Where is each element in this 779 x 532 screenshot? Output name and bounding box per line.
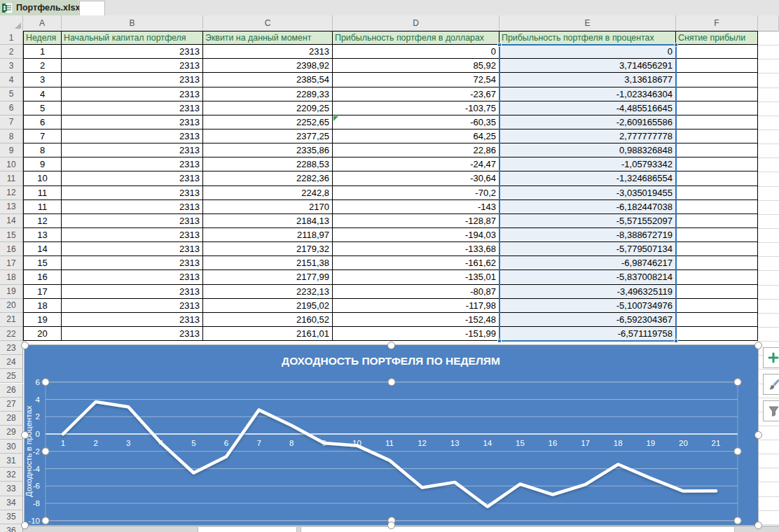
table-cell[interactable] [676, 144, 758, 158]
row-header-34[interactable]: 34 [0, 496, 23, 510]
table-cell[interactable]: 19 [23, 313, 62, 327]
table-cell[interactable]: -117,98 [333, 299, 499, 313]
table-cell[interactable]: 2313 [62, 158, 203, 172]
table-cell[interactable]: 13 [23, 228, 62, 242]
table-cell[interactable]: 2313 [62, 144, 203, 158]
table-cell[interactable]: 85,92 [333, 59, 499, 73]
table-cell[interactable]: 2161,01 [203, 327, 333, 341]
row-header-17[interactable]: 17 [0, 256, 23, 270]
table-cell[interactable] [676, 158, 758, 172]
row-header-11[interactable]: 11 [0, 172, 23, 186]
plot-area-handle[interactable] [734, 517, 741, 524]
row-header-12[interactable]: 12 [0, 186, 23, 200]
table-cell[interactable]: -151,99 [333, 327, 499, 341]
table-cell[interactable]: 2377,25 [203, 130, 333, 144]
table-cell[interactable]: -143 [333, 200, 499, 214]
table-cell[interactable]: 20 [23, 327, 62, 341]
table-cell[interactable] [676, 327, 758, 341]
table-header-cell[interactable]: Эквити на данный момент [203, 31, 333, 45]
table-cell[interactable]: -1,324686554 [499, 172, 676, 186]
table-cell[interactable]: 2313 [62, 256, 203, 270]
column-header-A[interactable]: A [23, 15, 62, 30]
selection-handle[interactable] [674, 43, 678, 47]
table-cell[interactable]: 14 [23, 242, 62, 256]
table-cell[interactable]: -8,388672719 [499, 228, 676, 242]
table-cell[interactable]: 2179,32 [203, 242, 333, 256]
table-cell[interactable]: 2 [23, 59, 62, 73]
row-header-20[interactable]: 20 [0, 299, 23, 313]
table-cell[interactable]: 2184,13 [203, 214, 333, 228]
table-cell[interactable]: 0,988326848 [499, 144, 676, 158]
table-cell[interactable]: 0 [333, 45, 499, 59]
table-cell[interactable]: 16 [23, 270, 62, 284]
chart-title[interactable]: ДОХОДНОСТЬ ПОРТФЕЛЯ ПО НЕДЕЛЯМ [282, 355, 500, 367]
table-cell[interactable]: -1,023346304 [499, 88, 676, 102]
table-cell[interactable]: -133,68 [333, 242, 499, 256]
table-cell[interactable] [676, 59, 758, 73]
row-header-22[interactable]: 22 [0, 327, 23, 341]
table-cell[interactable] [676, 285, 758, 299]
table-cell[interactable]: -135,01 [333, 270, 499, 284]
table-cell[interactable]: -80,87 [333, 285, 499, 299]
row-header-7[interactable]: 7 [0, 115, 23, 130]
column-header-B[interactable]: B [62, 15, 203, 30]
table-cell[interactable]: 2313 [62, 45, 203, 59]
row-header-24[interactable]: 24 [0, 355, 23, 369]
plot-area-handle[interactable] [734, 379, 741, 386]
table-cell[interactable]: 2313 [62, 102, 203, 115]
table-cell[interactable]: -4,485516645 [499, 102, 676, 115]
row-header-4[interactable]: 4 [0, 73, 23, 87]
table-cell[interactable]: 17 [23, 285, 62, 299]
table-cell[interactable]: 2289,33 [203, 88, 333, 102]
table-cell[interactable]: 2313 [62, 270, 203, 284]
table-cell[interactable] [676, 256, 758, 270]
table-header-cell[interactable]: Снятие прибыли [676, 31, 758, 45]
table-cell[interactable]: 2177,99 [203, 270, 333, 284]
table-cell[interactable]: 3 [23, 73, 62, 87]
row-header-35[interactable]: 35 [0, 510, 23, 524]
table-cell[interactable]: 2313 [62, 59, 203, 73]
table-cell[interactable] [676, 88, 758, 102]
selection-handle[interactable] [497, 339, 502, 343]
table-cell[interactable]: 2209,25 [203, 102, 333, 115]
row-header-23[interactable]: 23 [0, 341, 23, 355]
table-cell[interactable]: 2252,65 [203, 115, 333, 130]
table-cell[interactable]: 2242,8 [203, 186, 333, 200]
table-cell[interactable]: -5,571552097 [499, 214, 676, 228]
table-cell[interactable] [676, 115, 758, 130]
table-cell[interactable] [676, 200, 758, 214]
table-cell[interactable]: -5,837008214 [499, 270, 676, 284]
table-cell[interactable] [676, 313, 758, 327]
row-header-18[interactable]: 18 [0, 270, 23, 284]
column-header-F[interactable]: F [676, 15, 758, 30]
table-cell[interactable]: 2313 [62, 285, 203, 299]
table-cell[interactable] [676, 186, 758, 200]
table-cell[interactable]: 2195,02 [203, 299, 333, 313]
table-cell[interactable]: 15 [23, 256, 62, 270]
plot-area-handle[interactable] [734, 448, 741, 455]
table-cell[interactable]: 8 [23, 144, 62, 158]
row-header-1[interactable]: 1 [0, 31, 23, 45]
table-cell[interactable]: 9 [23, 158, 62, 172]
row-header-30[interactable]: 30 [0, 440, 23, 454]
chart-selection-handle[interactable] [754, 431, 762, 439]
row-header-3[interactable]: 3 [0, 59, 23, 73]
table-cell[interactable]: -6,98746217 [499, 256, 676, 270]
plot-area-handle[interactable] [42, 517, 49, 524]
table-cell[interactable]: -152,48 [333, 313, 499, 327]
table-cell[interactable]: 2151,38 [203, 256, 333, 270]
table-cell[interactable]: 2385,54 [203, 73, 333, 87]
chart-selection-handle[interactable] [754, 342, 762, 349]
table-cell[interactable]: 5 [23, 102, 62, 115]
table-cell[interactable] [676, 73, 758, 87]
row-header-26[interactable]: 26 [0, 384, 23, 398]
table-cell[interactable]: 12 [23, 214, 62, 228]
chart-selection-handle[interactable] [387, 342, 395, 349]
table-cell[interactable] [676, 270, 758, 284]
table-cell[interactable]: 2313 [62, 130, 203, 144]
column-header-partial[interactable] [758, 15, 779, 30]
table-cell[interactable]: -6,182447038 [499, 200, 676, 214]
table-cell[interactable]: -70,2 [333, 186, 499, 200]
table-cell[interactable]: -6,571119758 [499, 327, 676, 341]
row-header-16[interactable]: 16 [0, 242, 23, 256]
